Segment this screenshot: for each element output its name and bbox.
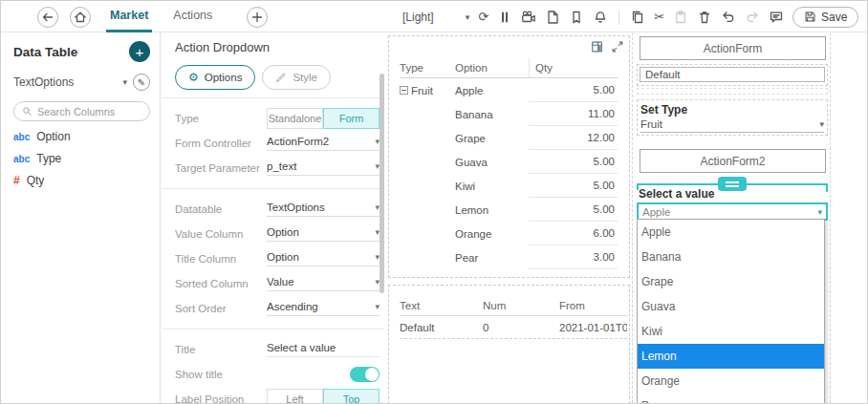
- show-data-table-icon[interactable]: [591, 40, 604, 53]
- dropdown-option[interactable]: Apple: [638, 220, 824, 245]
- bookmark-icon[interactable]: [569, 10, 584, 25]
- theme-selector[interactable]: [Light]: [402, 11, 434, 24]
- data-table-selector[interactable]: TextOptions ▾ ✎: [13, 73, 150, 92]
- drag-handle-icon[interactable]: [718, 177, 747, 191]
- show-title-toggle[interactable]: [350, 367, 380, 382]
- title-text-input[interactable]: Select a value: [267, 342, 380, 357]
- value-column-dropdown[interactable]: Option ▾: [267, 226, 380, 242]
- label-position-top[interactable]: Top: [323, 389, 380, 404]
- sorted-column-dropdown[interactable]: Value ▾: [267, 276, 380, 291]
- field-row-form-controller: Form Controller ActionForm2 ▾: [175, 131, 383, 156]
- parameter-table: Text Num From Default 0 2021-01-01T00:00…: [400, 295, 627, 339]
- field-row-value-column: Value Column Option ▾: [175, 222, 383, 246]
- tab-actions[interactable]: Actions: [169, 1, 216, 32]
- text-widget-container[interactable]: Default: [637, 64, 828, 86]
- field-row-sort-order: Sort Order Ascending ▾: [175, 296, 383, 321]
- table-row[interactable]: Pear3.00: [400, 245, 618, 269]
- target-parameter-dropdown[interactable]: p_text ▾: [267, 160, 380, 176]
- table-row[interactable]: Grape12.00: [400, 126, 618, 150]
- sort-order-dropdown[interactable]: Ascending ▾: [267, 301, 380, 316]
- selection-corner-marker: [819, 183, 828, 192]
- parameter-table-panel[interactable]: Text Num From Default 0 2021-01-01T00:00…: [388, 285, 630, 404]
- type-option-form[interactable]: Form: [323, 108, 380, 129]
- search-columns-input[interactable]: Search Columns: [13, 101, 150, 121]
- type-option-standalone[interactable]: Standalone: [267, 108, 323, 129]
- dropdown-option[interactable]: Orange: [638, 369, 824, 393]
- set-type-widget-container[interactable]: Set Type Fruit ▾: [637, 99, 828, 136]
- table-header-row[interactable]: Text Num From: [400, 295, 627, 316]
- type-segmented-control: Standalone Form: [267, 108, 380, 129]
- paste-icon: [673, 10, 688, 25]
- pause-icon[interactable]: [497, 10, 512, 25]
- table-row[interactable]: Guava5.00: [400, 150, 618, 174]
- delete-trash-icon[interactable]: [697, 10, 712, 25]
- field-row-sorted-column: Sorted Column Value ▾: [175, 271, 383, 296]
- copy-icon[interactable]: [630, 10, 645, 25]
- dropdown-option[interactable]: Pear: [638, 393, 824, 404]
- datatable-dropdown[interactable]: TextOptions ▾: [267, 202, 380, 217]
- app-window: Market Actions [Light] ▾ ⟳ ✂: [0, 0, 868, 404]
- data-table-sidebar: Data Table + TextOptions ▾ ✎ Search Colu…: [1, 32, 161, 403]
- gear-icon: ⚙: [188, 71, 199, 84]
- video-camera-icon[interactable]: [521, 10, 536, 25]
- comment-icon[interactable]: [769, 10, 784, 25]
- selected-dropdown-widget[interactable]: Select a value Apple ▾: [637, 183, 828, 221]
- back-button[interactable]: [37, 7, 58, 28]
- options-tab-button[interactable]: ⚙ Options: [175, 65, 255, 90]
- numeric-column-icon: #: [13, 174, 20, 187]
- save-floppy-icon: [804, 11, 816, 23]
- home-button[interactable]: [70, 7, 91, 28]
- label-position-segmented-control: Left Top: [267, 389, 380, 404]
- actionform2-header[interactable]: ActionForm2: [640, 149, 826, 173]
- table-row[interactable]: Kiwi5.00: [400, 174, 618, 198]
- text-parameter-input[interactable]: Default: [640, 67, 825, 82]
- set-type-dropdown[interactable]: Fruit ▾: [640, 118, 824, 133]
- tab-market[interactable]: Market: [106, 1, 152, 32]
- column-item-qty[interactable]: # Qty: [13, 174, 150, 187]
- collapse-group-icon[interactable]: [400, 86, 408, 95]
- maximize-icon[interactable]: [611, 40, 624, 53]
- field-row-target-parameter: Target Parameter p_text ▾: [175, 156, 383, 181]
- search-icon: [22, 106, 33, 117]
- dropdown-option[interactable]: Banana: [638, 245, 824, 269]
- inspector-scrollbar[interactable]: [380, 74, 384, 293]
- empty-widget-slot: [637, 88, 828, 95]
- text-column-icon: abc: [13, 154, 30, 164]
- table-header-row[interactable]: Type Option Qty: [400, 57, 618, 78]
- inspector-title: Action Dropdown: [175, 40, 383, 59]
- field-row-type: Type Standalone Form: [175, 106, 383, 131]
- table-row[interactable]: Default 0 2021-01-01T00:00:00: [400, 316, 627, 339]
- form-controller-dropdown[interactable]: ActionForm2 ▾: [267, 136, 380, 151]
- table-row[interactable]: Orange6.00: [400, 222, 618, 245]
- cut-scissors-icon[interactable]: ✂: [654, 10, 664, 25]
- add-dashboard-button[interactable]: [247, 7, 268, 28]
- table-row[interactable]: Lemon5.00: [400, 198, 618, 222]
- edit-data-table-button[interactable]: ✎: [133, 74, 150, 91]
- actionform-header[interactable]: ActionForm: [640, 36, 826, 60]
- label-position-left[interactable]: Left: [267, 389, 323, 404]
- dropdown-option-highlighted[interactable]: Lemon: [638, 344, 824, 369]
- chevron-down-icon: ▾: [819, 119, 824, 129]
- export-pdf-icon[interactable]: [545, 10, 560, 25]
- column-item-type[interactable]: abc Type: [13, 152, 150, 165]
- table-row[interactable]: Fruit Apple 5.00: [400, 78, 618, 102]
- dropdown-option[interactable]: Kiwi: [638, 319, 824, 344]
- dropdown-options-list: Apple Banana Grape Guava Kiwi Lemon Oran…: [637, 219, 825, 404]
- dropdown-option[interactable]: Guava: [638, 294, 824, 319]
- notifications-bell-icon[interactable]: [593, 10, 608, 25]
- title-column-dropdown[interactable]: Option ▾: [267, 251, 380, 266]
- dropdown-option[interactable]: Grape: [638, 269, 824, 294]
- undo-icon[interactable]: [721, 10, 736, 25]
- chevron-down-icon: ▾: [817, 207, 822, 217]
- table-row[interactable]: Banana11.00: [400, 102, 618, 126]
- save-button[interactable]: Save: [792, 7, 858, 28]
- toolbar-left: Market Actions: [37, 1, 268, 32]
- toolbar-right: [Light] ▾ ⟳ ✂ Save View: [402, 1, 868, 32]
- dashboard-tabs: Market Actions: [106, 1, 233, 32]
- theme-chevron-down-icon[interactable]: ▾: [466, 12, 470, 22]
- refresh-icon[interactable]: ⟳: [478, 10, 488, 25]
- column-item-option[interactable]: abc Option: [13, 130, 150, 143]
- table-visualization-panel[interactable]: Type Option Qty Fruit Apple 5.00 Banana1…: [388, 35, 630, 278]
- style-tab-button[interactable]: Style: [262, 65, 331, 90]
- add-data-table-button[interactable]: +: [129, 41, 150, 62]
